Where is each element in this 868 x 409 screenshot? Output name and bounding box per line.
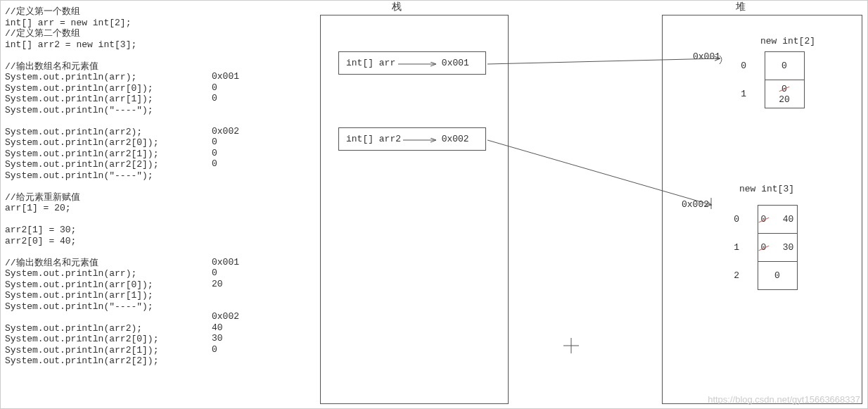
heap-arr-cell1: 0 20 (765, 80, 804, 108)
watermark: https://blog.csdn.net/gyt15663668337 (708, 394, 860, 405)
heap-arr2-cell1: 0 30 (758, 234, 797, 262)
heap-arr-idx1: 1 (725, 80, 765, 108)
heap-arr2-new-label: new int[3] (739, 184, 794, 194)
stack-title: 栈 (392, 1, 402, 13)
var-addr: 0x001 (442, 58, 469, 68)
heap-arr2-val0-old: 0 (761, 214, 767, 225)
heap-arr-table: 0 0 1 0 20 (725, 51, 805, 108)
var-label: int[] arr (346, 58, 395, 68)
heap-arr2-cell0: 0 40 (758, 206, 797, 234)
heap-arr-val1-old: 0 (781, 84, 787, 94)
output-column: 0x001 0 0 0x002 0 0 0 0x001 0 20 0x002 4… (212, 71, 268, 355)
heap-title: 堆 (736, 1, 746, 13)
heap-arr2-idx0: 0 (718, 206, 758, 234)
stack-var-arr: int[] arr 0x001 (338, 51, 486, 75)
heap-arr2-table: 0 0 40 1 0 30 2 0 (718, 205, 798, 290)
heap-arr-idx0: 0 (725, 52, 765, 80)
heap-arr2-val1-new: 30 (783, 242, 794, 253)
stack-var-arr2: int[] arr2 0x002 (338, 127, 486, 151)
heap-arr-addr-label: 0x001 (693, 51, 720, 62)
heap-arr-new-label: new int[2] (760, 36, 815, 46)
heap-arr-cell0: 0 (765, 52, 804, 80)
var-addr: 0x002 (442, 134, 469, 144)
heap-arr-val1-new: 20 (779, 94, 790, 105)
heap-arr2-val0-new: 40 (783, 214, 794, 225)
code-listing: //定义第一个数组 int[] arr = new int[2]; //定义第二… (5, 6, 202, 367)
heap-arr2-val1-old: 0 (761, 242, 767, 253)
heap-arr2-addr-label: 0x002 (682, 199, 709, 210)
var-label: int[] arr2 (346, 134, 401, 144)
heap-arr2-cell2: 0 (758, 262, 797, 290)
heap-arr2-idx1: 1 (718, 234, 758, 262)
heap-arr2-idx2: 2 (718, 262, 758, 290)
